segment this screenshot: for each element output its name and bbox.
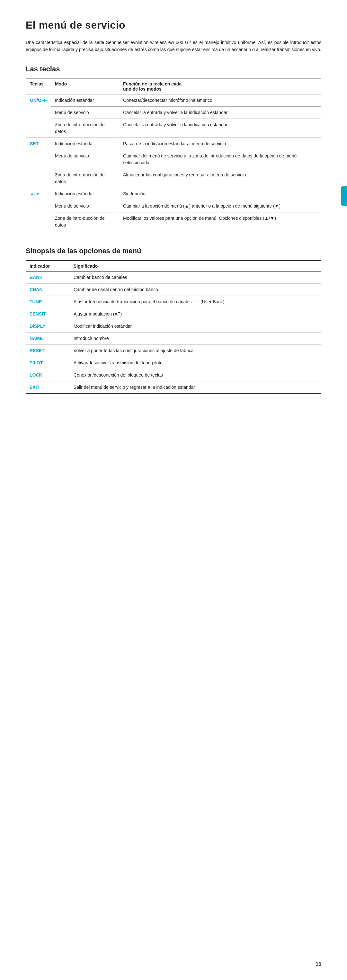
- key-function: Cancelar la entrada y volver a la indica…: [119, 119, 321, 137]
- key-mode: Menú de servicio: [51, 107, 119, 119]
- indicator-label: LOCK: [26, 369, 70, 381]
- list-item: LOCKConexión/desconexión del bloqueo de …: [26, 369, 321, 381]
- indicator-label: DISPLY: [26, 320, 70, 332]
- indicator-label: EXIT: [26, 381, 70, 394]
- key-mode: Indicación estándar: [51, 188, 119, 200]
- table-row: ▲/▼Indicación estándarSin función: [26, 188, 321, 200]
- key-function: Cambiar del menú de servicio a la zona d…: [119, 150, 321, 169]
- table-row: Zona de intro-ducción de datosCancelar l…: [26, 119, 321, 137]
- indicator-meaning: Ajustar frecuencia de transmisión para e…: [70, 296, 321, 308]
- keys-table: Teclas Modo Función de la tecla en cadau…: [26, 78, 321, 231]
- key-function: Cambiar a la opción de menú (▲) anterior…: [119, 200, 321, 212]
- key-mode: Indicación estándar: [51, 137, 119, 150]
- indicator-label: NAME: [26, 332, 70, 344]
- intro-paragraph: Una característica especial de la serie …: [26, 39, 321, 53]
- table-row: Menú de servicioCambiar del menú de serv…: [26, 150, 321, 169]
- table-row: ON/OFFIndicación estándarConectar/descon…: [26, 94, 321, 107]
- key-label: SET: [26, 137, 51, 188]
- list-item: CHANCambiar de canal dentro del mismo ba…: [26, 283, 321, 296]
- list-item: BANKCambiar banco de canales: [26, 271, 321, 283]
- synopsis-col-header-indicator: Indicador: [26, 261, 70, 272]
- keys-col-header-teclas: Teclas: [26, 78, 51, 94]
- key-function: Pasar de la indicación estándar al menú …: [119, 137, 321, 150]
- accent-bar: [341, 186, 347, 206]
- section1-title: Las teclas: [26, 65, 321, 73]
- list-item: EXITSalir del menú de servicio y regresa…: [26, 381, 321, 394]
- key-function: Cancelar la entrada y volver a la indica…: [119, 107, 321, 119]
- list-item: RESETVolver a poner todas las configurac…: [26, 344, 321, 356]
- keys-col-header-funcion: Función de la tecla en cadauno de los mo…: [119, 78, 321, 94]
- table-row: SETIndicación estándarPasar de la indica…: [26, 137, 321, 150]
- table-row: Menú de servicioCambiar a la opción de m…: [26, 200, 321, 212]
- indicator-label: CHAN: [26, 283, 70, 296]
- list-item: DISPLYModificar indicación estándar: [26, 320, 321, 332]
- synopsis-col-header-significado: Significado: [70, 261, 321, 272]
- key-label: ON/OFF: [26, 94, 51, 137]
- key-function: Almacenar las configuraciones y regresar…: [119, 169, 321, 188]
- table-row: Zona de intro-ducción de datosAlmacenar …: [26, 169, 321, 188]
- key-mode: Zona de intro-ducción de datos: [51, 119, 119, 137]
- key-function: Conectar/desconectar micrófono inalámbri…: [119, 94, 321, 107]
- key-mode: Zona de intro-ducción de datos: [51, 169, 119, 188]
- indicator-label: TUNE: [26, 296, 70, 308]
- key-function: Modificar los valores para una opción de…: [119, 212, 321, 231]
- indicator-meaning: Ajustar modulación (AF): [70, 308, 321, 320]
- list-item: PILOTActivar/desactivar transmisión del …: [26, 356, 321, 369]
- indicator-meaning: Conexión/desconexión del bloqueo de tecl…: [70, 369, 321, 381]
- list-item: TUNEAjustar frecuencia de transmisión pa…: [26, 296, 321, 308]
- list-item: NAMEIntroducir nombre: [26, 332, 321, 344]
- indicator-meaning: Activar/desactivar transmisión del tono …: [70, 356, 321, 369]
- indicator-meaning: Cambiar banco de canales: [70, 271, 321, 283]
- indicator-meaning: Cambiar de canal dentro del mismo banco: [70, 283, 321, 296]
- key-label: ▲/▼: [26, 188, 51, 231]
- key-mode: Indicación estándar: [51, 94, 119, 107]
- indicator-meaning: Volver a poner todas las configuraciones…: [70, 344, 321, 356]
- indicator-label: BANK: [26, 271, 70, 283]
- section2-title: Sinopsis de las opciones de menú: [26, 247, 321, 255]
- key-mode: Menú de servicio: [51, 200, 119, 212]
- indicator-meaning: Salir del menú de servicio y regresar a …: [70, 381, 321, 394]
- key-mode: Zona de intro-ducción de datos: [51, 212, 119, 231]
- indicator-label: RESET: [26, 344, 70, 356]
- table-row: Menú de servicioCancelar la entrada y vo…: [26, 107, 321, 119]
- indicator-label: PILOT: [26, 356, 70, 369]
- page-number: 15: [315, 961, 321, 967]
- indicator-meaning: Introducir nombre: [70, 332, 321, 344]
- synopsis-table: Indicador Significado BANKCambiar banco …: [26, 260, 321, 394]
- keys-col-header-modo: Modo: [51, 78, 119, 94]
- page-title: El menú de servicio: [26, 19, 321, 31]
- indicator-label: SENSIT: [26, 308, 70, 320]
- list-item: SENSITAjustar modulación (AF): [26, 308, 321, 320]
- key-mode: Menú de servicio: [51, 150, 119, 169]
- key-function: Sin función: [119, 188, 321, 200]
- indicator-meaning: Modificar indicación estándar: [70, 320, 321, 332]
- table-row: Zona de intro-ducción de datosModificar …: [26, 212, 321, 231]
